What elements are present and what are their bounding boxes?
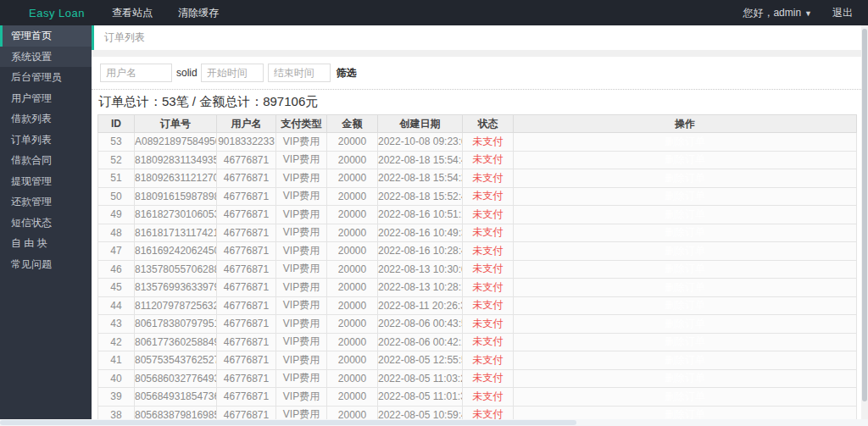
column-header: ID	[98, 115, 135, 133]
order-actions-cell: 删除订单	[514, 406, 857, 419]
delete-order-button[interactable]: 删除订单	[665, 263, 705, 274]
delete-order-button[interactable]: 删除订单	[665, 226, 705, 238]
horizontal-scrollbar-thumb[interactable]	[0, 420, 576, 425]
order-status: 未支付	[463, 296, 514, 315]
order-number: 818092631121270	[135, 169, 217, 188]
order-username: 46776871	[217, 296, 276, 315]
order-username: 46776871	[217, 151, 276, 169]
order-pay-type: VIP费用	[276, 296, 327, 315]
content-gap	[92, 50, 861, 57]
sidebar: 管理首页系统设置后台管理员用户管理借款列表订单列表借款合同提现管理还款管理短信状…	[0, 25, 92, 419]
order-created-date: 2022-08-18 15:52:41	[378, 187, 463, 206]
order-status: 未支付	[463, 279, 514, 297]
column-header: 状态	[463, 115, 514, 133]
end-time-input[interactable]	[268, 64, 331, 82]
table-row: 3880568387981698546776871VIP费用200002022-…	[98, 406, 857, 419]
sidebar-item[interactable]: 借款合同	[0, 150, 92, 171]
order-username: 9018332233	[217, 133, 276, 152]
order-status: 未支付	[463, 169, 514, 188]
sidebar-item[interactable]: 用户管理	[0, 88, 92, 109]
username-input[interactable]	[100, 64, 172, 82]
filter-submit-button[interactable]: 筛选	[337, 66, 357, 80]
order-amount: 20000	[327, 260, 378, 279]
table-row: 4681357805570628846776871VIP费用200002022-…	[98, 260, 857, 279]
order-amount: 20000	[327, 242, 378, 261]
sidebar-item[interactable]: 借款列表	[0, 108, 92, 130]
order-pay-type: VIP费用	[276, 169, 327, 188]
order-created-date: 2022-08-18 15:54:23	[378, 169, 463, 188]
sidebar-item[interactable]: 订单列表	[0, 130, 92, 151]
horizontal-scrollbar[interactable]	[0, 419, 868, 426]
delete-order-button[interactable]: 删除订单	[665, 245, 705, 257]
order-number: 816181713117421	[135, 224, 217, 242]
column-header: 用户名	[217, 115, 276, 133]
order-number: 805753543762527	[135, 351, 217, 370]
order-actions-cell: 删除订单	[514, 206, 857, 224]
sidebar-item[interactable]: 自 由 块	[0, 233, 92, 254]
order-pay-type: VIP费用	[276, 388, 327, 407]
sidebar-item[interactable]: 系统设置	[0, 47, 92, 68]
sidebar-item[interactable]: 还款管理	[0, 191, 92, 213]
order-username: 46776871	[217, 279, 276, 297]
order-id: 44	[98, 296, 135, 315]
order-status: 未支付	[463, 260, 514, 279]
order-username: 46776871	[217, 260, 276, 279]
view-site-button[interactable]: 查看站点	[108, 6, 156, 20]
column-header: 操作	[514, 115, 857, 133]
order-status: 未支付	[463, 351, 514, 370]
delete-order-button[interactable]: 删除订单	[665, 390, 705, 402]
order-created-date: 2022-08-18 15:54:43	[378, 151, 463, 169]
logout-button[interactable]: 退出	[832, 6, 853, 20]
delete-order-button[interactable]: 删除订单	[665, 190, 705, 202]
order-id: 46	[98, 260, 135, 279]
order-pay-type: VIP费用	[276, 406, 327, 419]
order-status: 未支付	[463, 333, 514, 351]
delete-order-button[interactable]: 删除订单	[665, 172, 705, 184]
vertical-scrollbar[interactable]	[861, 25, 868, 419]
sidebar-item[interactable]: 后台管理员	[0, 67, 92, 88]
order-created-date: 2022-08-13 10:30:05	[378, 260, 463, 279]
column-header: 订单号	[135, 115, 217, 133]
page-title: 订单列表	[104, 30, 145, 45]
delete-order-button[interactable]: 删除订单	[665, 335, 705, 347]
order-id: 49	[98, 206, 135, 224]
order-created-date: 2022-08-05 11:01:33	[378, 388, 463, 407]
greeting-text: 您好，admin	[743, 7, 801, 19]
order-actions-cell: 删除订单	[514, 260, 857, 279]
clear-cache-button[interactable]: 清除缓存	[175, 6, 222, 20]
delete-order-button[interactable]: 删除订单	[665, 372, 705, 384]
delete-order-button[interactable]: 删除订单	[665, 408, 705, 419]
order-amount: 20000	[327, 169, 378, 188]
order-number: 811207978725632	[135, 296, 217, 315]
main-content: 订单列表 solid 筛选 订单总计：53笔 / 金额总计：897106元 ID…	[92, 25, 861, 419]
order-pay-type: VIP费用	[276, 187, 327, 206]
order-number: A08921897584950	[135, 133, 217, 152]
order-number: 805683879816985	[135, 406, 217, 419]
delete-order-button[interactable]: 删除订单	[665, 318, 705, 329]
order-id: 38	[98, 406, 135, 419]
sidebar-item[interactable]: 常见问题	[0, 254, 92, 275]
vertical-scrollbar-thumb[interactable]	[862, 29, 867, 401]
order-id: 43	[98, 315, 135, 334]
delete-order-button[interactable]: 删除订单	[665, 136, 705, 147]
delete-order-button[interactable]: 删除订单	[665, 354, 705, 366]
order-actions-cell: 删除订单	[514, 242, 857, 261]
order-actions-cell: 删除订单	[514, 296, 857, 315]
delete-order-button[interactable]: 删除订单	[665, 299, 705, 311]
app-logo[interactable]: Easy Loan	[29, 7, 102, 19]
delete-order-button[interactable]: 删除订单	[665, 281, 705, 293]
delete-order-button[interactable]: 删除订单	[665, 153, 705, 165]
order-actions-cell: 删除订单	[514, 333, 857, 351]
sidebar-item[interactable]: 提现管理	[0, 171, 92, 192]
start-time-input[interactable]	[201, 64, 264, 82]
table-row: 4180575354376252746776871VIP费用200002022-…	[98, 351, 857, 370]
order-id: 47	[98, 242, 135, 261]
order-actions-cell: 删除订单	[514, 279, 857, 297]
table-row: 5281809283113493546776871VIP费用200002022-…	[98, 151, 857, 169]
sidebar-item[interactable]: 短信状态	[0, 213, 92, 234]
sidebar-item[interactable]: 管理首页	[0, 25, 92, 47]
user-dropdown[interactable]: 您好，admin▼	[743, 6, 812, 20]
delete-order-button[interactable]: 删除订单	[665, 208, 705, 220]
order-status: 未支付	[463, 369, 514, 388]
order-amount: 20000	[327, 133, 378, 152]
